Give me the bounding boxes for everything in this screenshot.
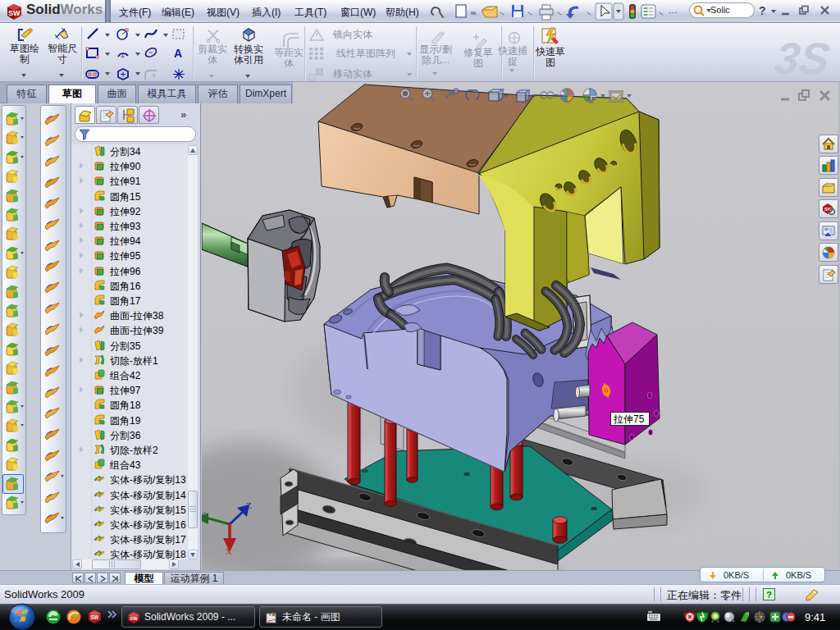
svg-text:SW: SW [8, 9, 21, 17]
svg-text:SW: SW [130, 616, 138, 621]
svg-text:X: X [226, 546, 232, 556]
svg-text:Z: Z [246, 500, 252, 510]
svg-text:Y: Y [202, 509, 206, 519]
svg-text:A: A [174, 47, 182, 60]
svg-text:SW: SW [90, 614, 99, 620]
svg-text:⋯: ⋯ [669, 7, 678, 17]
